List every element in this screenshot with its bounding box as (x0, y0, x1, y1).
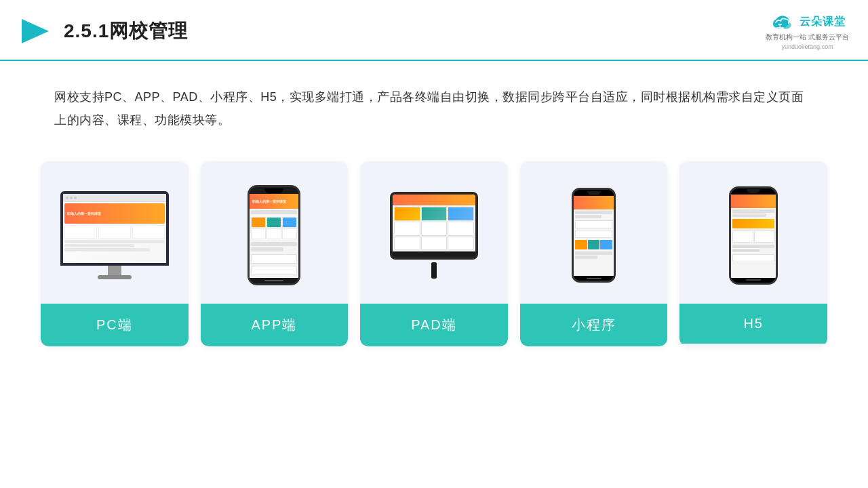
card-image-h5 (679, 161, 827, 304)
logo-cloud: 云朵课堂 (770, 12, 846, 31)
logo-tagline: 教育机构一站 式服务云平台 (766, 33, 849, 42)
card-label-app: APP端 (201, 304, 349, 346)
phone-app-body: 职场人的第一堂到课堂 (248, 185, 300, 285)
card-image-pad (360, 161, 508, 304)
card-h5: H5 (679, 161, 827, 346)
logo-url: yunduoketang.com (782, 43, 833, 50)
cards-section: 职场人的第一堂到课堂 (0, 148, 868, 346)
phone-app-mockup: 职场人的第一堂到课堂 (248, 185, 300, 285)
h5-phone-mockup (729, 186, 778, 285)
tablet-mockup (390, 192, 478, 279)
card-label-h5: H5 (679, 304, 827, 344)
card-label-miniprogram: 小程序 (520, 304, 668, 346)
card-image-app: 职场人的第一堂到课堂 (201, 161, 349, 304)
svg-marker-0 (22, 19, 49, 43)
card-image-pc: 职场人的第一堂到课堂 (41, 161, 189, 304)
card-label-pc: PC端 (41, 304, 189, 346)
card-label-pad: PAD端 (360, 304, 508, 346)
mini-phone-mockup (572, 188, 616, 283)
card-pad: PAD端 (360, 161, 508, 346)
logo-text: 云朵课堂 (800, 15, 846, 29)
play-icon (19, 15, 52, 47)
page-title: 2.5.1网校管理 (64, 18, 188, 44)
header: 2.5.1网校管理 云朵课堂 教育机构一站 式服务云平台 yunduoketan… (0, 0, 868, 61)
header-left: 2.5.1网校管理 (19, 15, 188, 47)
description-text: 网校支持PC、APP、PAD、小程序、H5，实现多端打通，产品各终端自由切换，数… (0, 61, 868, 148)
cloud-icon (770, 12, 795, 31)
card-pc: 职场人的第一堂到课堂 (41, 161, 189, 346)
card-image-miniprogram (520, 161, 668, 304)
monitor-screen: 职场人的第一堂到课堂 (60, 191, 169, 266)
card-app: 职场人的第一堂到课堂 (201, 161, 349, 346)
card-miniprogram: 小程序 (520, 161, 668, 346)
pc-monitor-mockup: 职场人的第一堂到课堂 (60, 191, 169, 279)
tablet-body (390, 192, 478, 260)
logo-area: 云朵课堂 教育机构一站 式服务云平台 yunduoketang.com (766, 12, 849, 50)
